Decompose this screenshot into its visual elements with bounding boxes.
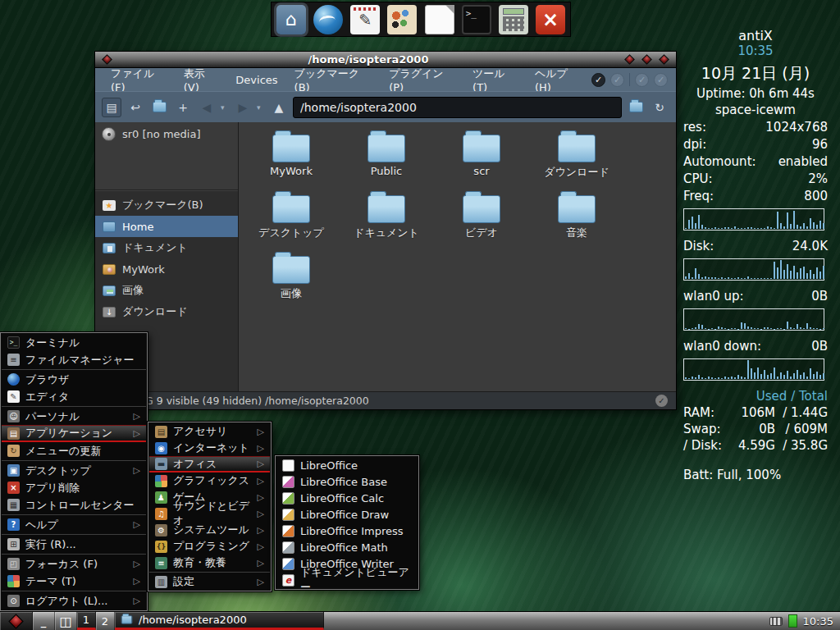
menu-item-app-remove[interactable]: ×アプリ削除 [2,479,146,496]
submenu-arrow-icon: ▷ [258,541,264,552]
conky-disk-row: Disk:24.0K [683,239,828,253]
conky-wlan-up-row: wlan0 up:0B [683,289,828,304]
folder-music[interactable]: 音楽 [529,191,624,252]
menu-devices[interactable]: Devices [228,71,285,89]
place-pictures[interactable]: 画像 [95,280,238,301]
folder-videos[interactable]: ビデオ [434,191,529,252]
menu-item-libreoffice-calc[interactable]: LibreOffice Calc [276,490,418,506]
menu-item-logout[interactable]: ⊙ログアウト (L)...▷ [2,592,146,609]
menu-item-theme[interactable]: テーマ (T)▷ [2,573,146,590]
menu-item-document-viewer[interactable]: eドキュメントビューアー [276,572,418,588]
menu-item-personal[interactable]: ☺パーソナル▷ [2,408,146,425]
menu-item-control-center[interactable]: ▦コントロールセンター [2,496,146,514]
menu-item-applications[interactable]: ▤アプリケーション▷ [2,425,146,442]
device-sr0[interactable]: sr0 [no media] [102,127,231,141]
sound-video-icon: ♫ [155,508,167,520]
folder-pictures[interactable]: 画像 [244,252,339,313]
show-desktop-button[interactable]: _ [33,612,55,630]
conky-res-row: res:840x630 [683,120,828,135]
back-icon[interactable]: ◀ [197,98,217,117]
sidebar-toggle-icon[interactable]: ▤ [102,98,121,117]
workspace-1-button[interactable]: 1 [77,612,96,630]
minimize-diamond-icon[interactable] [624,54,635,65]
taskbar-clock[interactable]: 10:35 [803,615,833,628]
accessories-icon: ▤ [155,426,167,438]
toggle-off-icon[interactable]: ✓ [635,73,649,87]
menu-item-sound-video[interactable]: ♫サウンドとビデオ▷ [149,505,270,522]
folder-documents[interactable]: ドキュメント [339,191,434,252]
menu-item-internet[interactable]: ◉インターネット▷ [149,440,270,456]
folder-public[interactable]: Public [339,130,434,191]
quick-launch-button[interactable]: ◫ [55,612,77,630]
menu-item-programming[interactable]: {}プログラミング▷ [149,538,270,555]
dock-libreoffice-icon[interactable] [425,5,454,34]
toggle-off-icon[interactable]: ✓ [610,73,624,87]
place-mywork[interactable]: MyWork [95,258,238,280]
place-downloads[interactable]: ↓ ダウンロード [95,301,238,322]
libreoffice-icon [282,459,294,472]
place-bookmarks[interactable]: ★ ブックマーク(B) [95,194,238,216]
place-documents[interactable]: ドキュメント [95,237,238,258]
up-icon[interactable]: ▲ [269,98,289,117]
show-hidden-icon[interactable]: ↩ [126,98,145,117]
forward-icon[interactable]: ▶ [233,98,253,117]
menu-item-settings[interactable]: ▥設定▷ [149,573,270,590]
home-folder-icon[interactable] [626,98,646,117]
folder-icon [272,256,310,284]
menu-item-office[interactable]: ▬オフィス▷ [149,456,270,472]
dock-image-editor-icon[interactable] [387,5,417,34]
toggle-on-icon[interactable]: ✓ [591,73,605,87]
menu-item-accessories[interactable]: ▤アクセサリ▷ [149,423,270,440]
reload-icon[interactable]: ↻ [650,98,669,117]
folder-downloads[interactable]: ダウンロード [529,130,624,191]
dock-browser-icon[interactable] [313,5,343,34]
menu-item-libreoffice-base[interactable]: LibreOffice Base [276,473,418,490]
system-tools-icon: ⚙ [155,524,167,536]
dock-close-icon[interactable]: × [536,5,565,34]
new-tab-icon[interactable] [149,98,169,117]
folder-icon [463,195,500,223]
place-home[interactable]: Home [95,216,238,237]
keyboard-layout-icon[interactable] [769,617,783,626]
back-history-caret-icon[interactable]: ▾ [221,103,229,112]
forward-history-caret-icon[interactable]: ▾ [257,103,265,112]
dock-calculator-icon[interactable] [499,5,528,34]
maximize-diamond-icon[interactable] [641,54,652,65]
menu-item-help[interactable]: ?ヘルプ▷ [2,516,146,533]
menu-item-graphics[interactable]: グラフィックス▷ [149,472,270,489]
status-check-icon[interactable]: ✓ [655,395,668,407]
place-label: 画像 [122,283,144,298]
menu-item-system-tools[interactable]: ⚙システムツール▷ [149,522,270,538]
folder-desktop[interactable]: デスクトップ [244,191,339,252]
menu-item-terminal[interactable]: >_ターミナル [2,334,146,351]
menu-item-libreoffice[interactable]: LibreOffice [276,457,418,473]
file-view: MyWork Public scr ダウンロード デスクトップ ドキュメント ビ… [239,122,676,391]
menu-item-libreoffice-draw[interactable]: LibreOffice Draw [276,506,418,523]
dock-terminal-icon[interactable]: >_ [462,5,491,34]
folder-scr[interactable]: scr [434,130,529,191]
libreoffice-writer-icon [282,558,294,570]
menu-item-editor[interactable]: ✎エディタ [2,388,146,405]
menu-item-desktop[interactable]: ▣デスクトップ▷ [2,462,146,479]
path-input[interactable] [293,97,622,118]
menu-item-education[interactable]: ≡教育・教養▷ [149,555,270,571]
statusbar: /36 G 9 visible (49 hidden) /home/isopte… [95,391,676,409]
menu-item-libreoffice-impress[interactable]: LibreOffice Impress [276,523,418,539]
close-diamond-icon[interactable] [659,54,669,65]
menu-item-menu-update[interactable]: ↻メニューの更新 [2,442,146,459]
workspace-2-button[interactable]: 2 [96,612,115,630]
new-window-plus-icon[interactable]: + [173,98,193,117]
menu-item-file-manager[interactable]: ≡ファイルマネージャー [2,351,146,368]
dock-text-editor-icon[interactable]: ✎ [350,5,380,34]
start-button[interactable] [0,612,33,630]
task-button-file-manager[interactable]: /home/isoptera2000 [115,612,324,630]
toggle-off-icon[interactable]: ✓ [654,73,668,87]
battery-icon[interactable] [788,614,797,628]
menu-item-libreoffice-math[interactable]: LibreOffice Math [276,539,418,555]
dock-file-manager-icon[interactable]: ⌂ [276,5,306,34]
menu-item-run[interactable]: ⊞実行 (R)... [2,536,146,553]
menu-item-focus[interactable]: ◰フォーカス (F)▷ [2,555,146,573]
folder-mywork[interactable]: MyWork [244,130,339,191]
games-icon: ♟ [155,491,167,504]
menu-item-browser[interactable]: ブラウザ [2,371,146,388]
